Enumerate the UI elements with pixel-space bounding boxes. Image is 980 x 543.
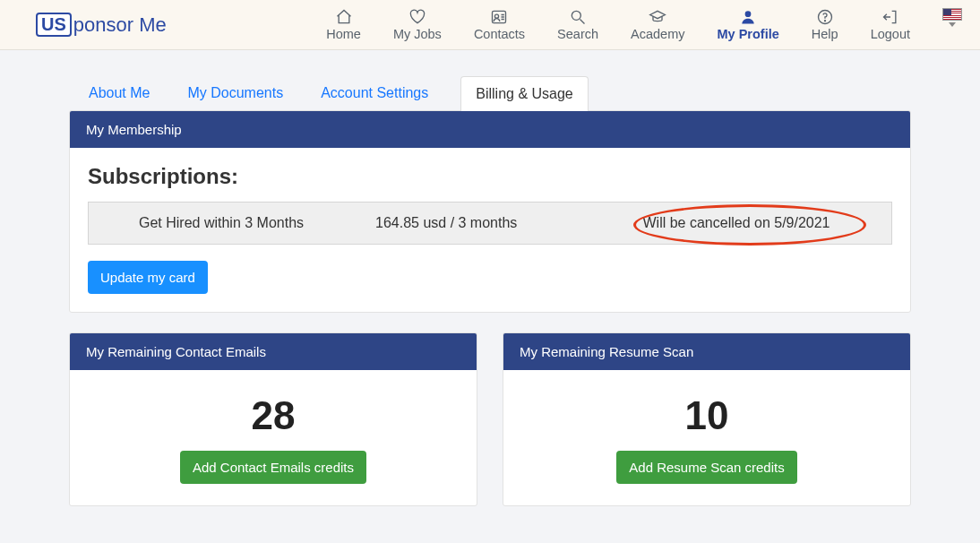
help-icon [816, 8, 834, 26]
membership-card: My Membership Subscriptions: Get Hired w… [69, 110, 911, 313]
add-contact-emails-button[interactable]: Add Contact Emails credits [180, 451, 366, 484]
nav-myprofile[interactable]: My Profile [718, 8, 779, 42]
nav-contacts-label: Contacts [474, 28, 525, 42]
page-container: About Me My Documents Account Settings B… [69, 50, 911, 533]
logo-text: ponsor Me [73, 13, 167, 37]
subscriptions-title: Subscriptions: [88, 164, 892, 189]
nav-myprofile-label: My Profile [718, 28, 779, 42]
subscription-plan: Get Hired within 3 Months [107, 215, 375, 231]
nav-academy[interactable]: Academy [631, 8, 684, 42]
academy-icon [649, 8, 666, 26]
nav-help-label: Help [812, 28, 838, 42]
heart-icon [408, 8, 426, 26]
nav-help[interactable]: Help [812, 8, 838, 42]
add-resume-scan-button[interactable]: Add Resume Scan credits [616, 451, 796, 484]
topbar: US ponsor Me Home My Jobs Contacts Sear [0, 0, 980, 50]
tab-account-settings[interactable]: Account Settings [315, 76, 434, 110]
flag-us-icon [942, 8, 962, 21]
subscription-price: 164.85 usd / 3 months [375, 215, 608, 231]
language-selector[interactable] [942, 8, 962, 27]
contact-emails-card: My Remaining Contact Emails 28 Add Conta… [69, 332, 477, 506]
nav-search[interactable]: Search [557, 8, 598, 42]
chevron-down-icon [949, 22, 956, 27]
tab-about-me[interactable]: About Me [83, 76, 155, 110]
membership-card-header: My Membership [70, 111, 910, 148]
subscription-row: Get Hired within 3 Months 164.85 usd / 3… [88, 202, 892, 245]
subscription-status: Will be cancelled on 5/9/2021 [608, 215, 873, 231]
resume-scan-card: My Remaining Resume Scan 10 Add Resume S… [503, 332, 911, 506]
resume-scan-count: 10 [512, 393, 901, 438]
svg-point-1 [495, 14, 499, 18]
credits-row: My Remaining Contact Emails 28 Add Conta… [69, 332, 911, 506]
tab-my-documents[interactable]: My Documents [182, 76, 288, 110]
logo-box: US [36, 13, 72, 37]
nav-home-label: Home [326, 28, 361, 42]
nav-myjobs-label: My Jobs [393, 28, 442, 42]
profile-icon [739, 8, 757, 26]
contacts-icon [490, 8, 508, 26]
nav-academy-label: Academy [631, 28, 684, 42]
nav-home[interactable]: Home [326, 8, 361, 42]
search-icon [569, 8, 587, 26]
svg-point-2 [572, 11, 580, 20]
contact-emails-count: 28 [79, 393, 468, 438]
home-icon [335, 8, 353, 26]
tab-billing-usage[interactable]: Billing & Usage [460, 76, 589, 111]
nav-myjobs[interactable]: My Jobs [393, 8, 442, 42]
contact-emails-header: My Remaining Contact Emails [70, 333, 477, 370]
nav-search-label: Search [557, 28, 598, 42]
svg-point-5 [824, 20, 825, 21]
nav-contacts[interactable]: Contacts [474, 8, 525, 42]
svg-point-3 [745, 11, 752, 17]
logout-icon [881, 8, 899, 26]
resume-scan-header: My Remaining Resume Scan [503, 333, 910, 370]
profile-tabs: About Me My Documents Account Settings B… [83, 75, 911, 110]
logo[interactable]: US ponsor Me [36, 13, 167, 37]
nav-logout[interactable]: Logout [871, 8, 910, 42]
membership-body: Subscriptions: Get Hired within 3 Months… [70, 148, 910, 312]
update-card-button[interactable]: Update my card [88, 261, 208, 294]
main-nav: Home My Jobs Contacts Search Academy [326, 8, 962, 42]
nav-logout-label: Logout [871, 28, 910, 42]
